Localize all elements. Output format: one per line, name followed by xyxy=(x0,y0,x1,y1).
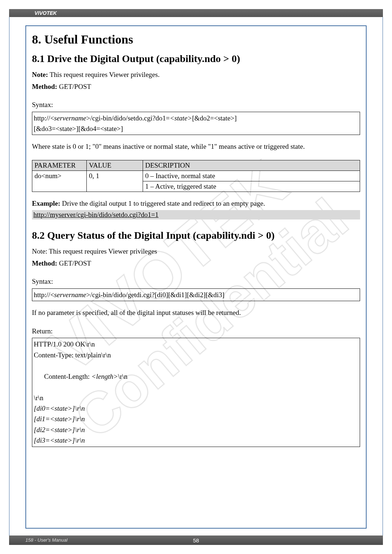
syntax-box-2: http://<servername>/cgi-bin/dido/getdi.c… xyxy=(32,288,360,301)
subsection-8-2-title: 8.2 Query Status of the Digital Input (c… xyxy=(32,230,360,241)
method-line: Method: GET/POST xyxy=(32,82,360,92)
brand-text: VIVOTEK xyxy=(34,10,57,16)
th-description: DESCRIPTION xyxy=(143,160,360,171)
td-desc-0: 0 – Inactive, normal state xyxy=(143,171,360,181)
syntax-state: <state> xyxy=(170,114,192,122)
page-footer: 158 - User's Manual 58 xyxy=(9,535,383,545)
th-value: VALUE xyxy=(87,160,143,171)
syntax-text: [&do2=<state>] xyxy=(192,114,237,122)
td-value: 0, 1 xyxy=(87,171,143,192)
return-line: Content-Type: text/plain\r\n xyxy=(34,350,358,360)
syntax-text: >/cgi-bin/dido/setdo.cgi?do1= xyxy=(86,114,170,122)
return-length: <length> xyxy=(91,373,118,380)
method-label: Method: xyxy=(32,259,57,267)
td-param: do<num> xyxy=(32,171,87,192)
note-label: Note: xyxy=(32,71,48,78)
th-parameter: PARAMETER xyxy=(32,160,87,171)
td-desc-1: 1 – Active, triggered state xyxy=(143,181,360,192)
syntax-label: Syntax: xyxy=(32,100,360,110)
syntax-text: http://< xyxy=(34,291,54,299)
return-line: [di0=<state>]\r\n xyxy=(34,403,358,414)
return-label: Return: xyxy=(32,326,360,337)
section-title: 8. Useful Functions xyxy=(32,33,360,46)
parameter-table: PARAMETER VALUE DESCRIPTION do<num> 0, 1… xyxy=(32,160,360,192)
return-line: \r\n xyxy=(34,393,358,403)
note-line: Note: This request requires Viewer privi… xyxy=(32,70,360,80)
return-line: Content-Length: <length>\r\n xyxy=(34,360,358,392)
syntax-text: >/cgi-bin/dido/getdi.cgi?[di0][&di1][&di… xyxy=(86,291,225,299)
subsection-8-1-title: 8.1 Drive the Digital Output (capability… xyxy=(32,53,360,65)
syntax-line-2: [&do3=<state>][&do4=<state>] xyxy=(34,123,358,134)
page-content: VIVOTEK Confidential 8. Useful Functions… xyxy=(25,25,367,529)
method-text: GET/POST xyxy=(57,83,91,90)
footer-inner-page: 58 xyxy=(193,537,199,543)
method-text: GET/POST xyxy=(57,259,91,267)
return-line: [di2=<state>]\r\n xyxy=(34,424,358,435)
example-text: Drive the digital output 1 to triggered … xyxy=(60,200,265,207)
syntax-servername: servername xyxy=(54,114,86,122)
return-box: HTTP/1.0 200 OK\r\n Content-Type: text/p… xyxy=(32,338,360,447)
syntax-label-2: Syntax: xyxy=(32,276,360,287)
ifno-text: If no parameter is specified, all of the… xyxy=(32,308,360,318)
table-row: do<num> 0, 1 0 – Inactive, normal state xyxy=(32,171,360,181)
footer-page-info: 158 - User's Manual xyxy=(25,537,68,543)
example-label: Example: xyxy=(32,200,60,207)
syntax-servername: servername xyxy=(54,291,86,299)
return-line: [di3=<state>]\r\n xyxy=(34,435,358,446)
table-header-row: PARAMETER VALUE DESCRIPTION xyxy=(32,160,360,171)
return-line: [di1=<state>]\r\n xyxy=(34,414,358,424)
method-line-2: Method: GET/POST xyxy=(32,258,360,269)
method-label: Method: xyxy=(32,83,57,90)
return-text: \r\n xyxy=(118,373,127,380)
example-line: Example: Drive the digital output 1 to t… xyxy=(32,198,360,209)
syntax-text: http://< xyxy=(34,114,54,122)
page-header: VIVOTEK xyxy=(9,9,383,17)
syntax-box-1: http://<servername>/cgi-bin/dido/setdo.c… xyxy=(32,112,360,135)
return-line: HTTP/1.0 200 OK\r\n xyxy=(34,339,358,349)
syntax-line-1: http://<servername>/cgi-bin/dido/setdo.c… xyxy=(34,113,358,123)
note-line-2: Note: This request requires Viewer privi… xyxy=(32,246,360,257)
where-text: Where state is 0 or 1; "0" means inactiv… xyxy=(32,141,360,152)
return-text: Content-Length: xyxy=(44,373,91,380)
note-text: This request requires Viewer privileges. xyxy=(48,71,159,78)
example-url: http://myserver/cgi-bin/dido/setdo.cgi?d… xyxy=(32,210,360,219)
